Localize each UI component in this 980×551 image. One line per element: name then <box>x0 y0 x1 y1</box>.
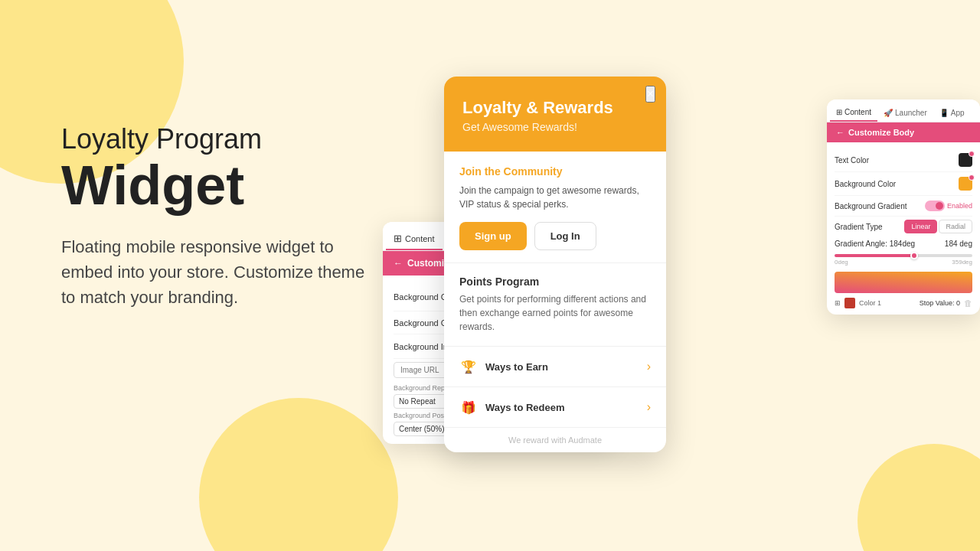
ways-to-redeem-icon: 🎁 <box>459 398 478 416</box>
text-color-label: Text Color <box>835 156 869 165</box>
ways-to-redeem-chevron: › <box>647 400 651 414</box>
widget-header: × Loyalty & Rewards Get Awesome Rewards! <box>444 77 666 152</box>
body-background-color-swatch[interactable] <box>959 177 972 191</box>
ways-to-redeem-label: Ways to Redeem <box>485 402 565 413</box>
back-icon[interactable]: ← <box>394 258 403 269</box>
points-text: Get points for performing different acti… <box>459 292 651 334</box>
body-gradient-row: Background Gradient Enabled <box>835 196 972 217</box>
gradient-slider-track <box>835 254 972 257</box>
page-title: Widget <box>61 155 383 216</box>
slider-labels: 0deg 359deg <box>835 259 972 266</box>
body-background-color-label: Background Color <box>835 180 896 188</box>
gradient-type-label: Gradient Type <box>835 223 883 231</box>
body-gradient-label: Background Gradient <box>835 202 907 210</box>
tab-content[interactable]: ⊞ Content <box>386 228 443 250</box>
gradient-type-buttons: Linear Radial <box>904 220 972 233</box>
widget-footer: We reward with Audmate <box>444 427 666 452</box>
body-app-icon: 📱 <box>939 109 949 117</box>
login-button[interactable]: Log In <box>534 222 596 250</box>
body-panel-tabs: ⊞ Content 🚀 Launcher 📱 App <box>827 99 980 122</box>
body-tab-content[interactable]: ⊞ Content <box>830 104 877 122</box>
widget-subtitle: Get Awesome Rewards! <box>462 121 648 133</box>
toggle-enabled-label: Enabled <box>947 202 972 210</box>
slider-min-label: 0deg <box>835 259 848 266</box>
join-text: Join the campaign to get awesome rewards… <box>459 184 651 211</box>
ways-to-redeem-item[interactable]: 🎁 Ways to Redeem › <box>444 387 666 427</box>
widget-buttons: Sign up Log In <box>459 222 651 250</box>
loyalty-widget: × Loyalty & Rewards Get Awesome Rewards!… <box>444 77 666 452</box>
join-section: Join the Community Join the campaign to … <box>444 152 666 263</box>
bg-circle-bottom-left <box>199 398 398 551</box>
text-color-row: Text Color <box>835 148 972 172</box>
body-gradient-toggle[interactable]: Enabled <box>925 201 972 211</box>
body-back-icon[interactable]: ← <box>836 128 844 137</box>
toggle-thumb-on <box>936 202 943 210</box>
color-stop-value: Stop Value: 0 <box>920 299 960 307</box>
trash-icon[interactable]: 🗑 <box>964 298 972 308</box>
widget-area: ⊞ Content 🚀 Launcher 📱 App ← Customize H… <box>383 0 980 551</box>
signup-button[interactable]: Sign up <box>459 222 527 250</box>
body-header-bar: ← Customize Body <box>827 122 980 142</box>
join-title: Join the Community <box>459 165 651 178</box>
body-header-title: Customize Body <box>848 128 914 137</box>
widget-close-button[interactable]: × <box>645 86 655 103</box>
color-stop-grid-icon: ⊞ <box>835 299 841 307</box>
body-tab-launcher[interactable]: 🚀 Launcher <box>877 104 933 122</box>
slider-max-label: 359deg <box>952 259 972 266</box>
body-panel-body: Text Color Background Color Background G… <box>827 142 980 315</box>
content-icon: ⊞ <box>394 233 402 244</box>
body-tab-app[interactable]: 📱 App <box>933 104 971 122</box>
ways-to-earn-label: Ways to Earn <box>485 361 548 373</box>
points-section: Points Program Get points for performing… <box>444 263 666 347</box>
color-stop-row: ⊞ Color 1 Stop Value: 0 🗑 <box>835 298 972 308</box>
ways-to-earn-left: 🏆 Ways to Earn <box>459 357 548 376</box>
points-title: Points Program <box>459 276 651 288</box>
customize-body-panel: ⊞ Content 🚀 Launcher 📱 App ← Customize B… <box>827 99 980 315</box>
gradient-angle-value: 184 deg <box>945 240 972 248</box>
color-stop-label: Color 1 <box>859 299 881 307</box>
gradient-preview <box>835 272 972 293</box>
body-color-dot <box>969 174 975 181</box>
text-color-swatch[interactable] <box>959 153 972 167</box>
body-background-color-row: Background Color <box>835 172 972 196</box>
toggle-track-on <box>925 201 945 211</box>
ways-to-earn-chevron: › <box>647 360 651 373</box>
ways-to-earn-icon: 🏆 <box>459 357 478 376</box>
gradient-slider-container: 0deg 359deg <box>835 254 972 266</box>
widget-title: Loyalty & Rewards <box>462 98 648 118</box>
body-content-icon: ⊞ <box>836 108 842 116</box>
gradient-radial-button[interactable]: Radial <box>939 220 972 233</box>
gradient-linear-button[interactable]: Linear <box>904 220 937 233</box>
gradient-angle-label: Gradient Angle: 184deg <box>835 240 915 248</box>
ways-to-earn-item[interactable]: 🏆 Ways to Earn › <box>444 347 666 387</box>
gradient-angle-row: Gradient Angle: 184deg 184 deg <box>835 236 972 251</box>
gradient-type-row: Gradient Type Linear Radial <box>835 217 972 236</box>
gradient-slider-thumb[interactable] <box>910 252 918 259</box>
left-section: Loyalty Program Widget Floating mobile r… <box>61 122 383 310</box>
widget-body: Join the Community Join the campaign to … <box>444 152 666 427</box>
ways-to-redeem-left: 🎁 Ways to Redeem <box>459 398 565 416</box>
color-stop-swatch[interactable] <box>844 298 855 308</box>
page-subtitle: Loyalty Program <box>61 122 383 155</box>
body-launcher-icon: 🚀 <box>884 109 893 117</box>
text-color-dot <box>969 151 975 157</box>
page-description: Floating mobile responsive widget to emb… <box>61 234 383 310</box>
